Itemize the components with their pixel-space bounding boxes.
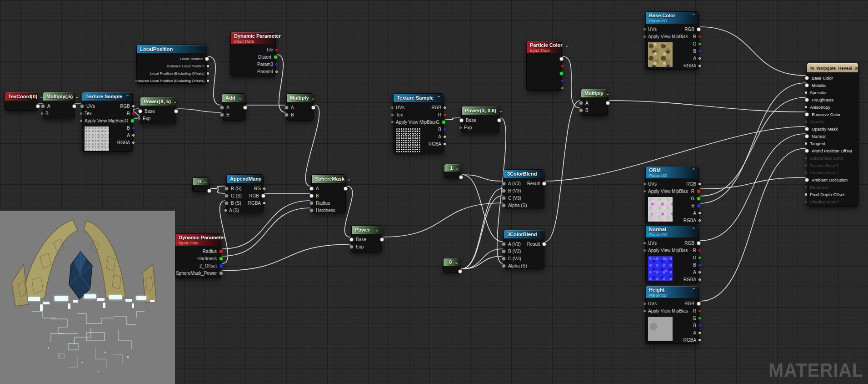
node-header[interactable]: Dynamic ParameterInput Data — [175, 234, 221, 246]
pin-ambient-occlusion[interactable] — [805, 178, 809, 182]
pin-uvs[interactable] — [644, 28, 646, 30]
pin-rgba[interactable] — [444, 143, 446, 145]
pin-tangent[interactable] — [805, 142, 807, 145]
node-header[interactable]: 0⌄ — [444, 258, 460, 266]
pin-a[interactable] — [698, 212, 701, 214]
pin-r[interactable] — [698, 249, 701, 252]
pin-uvs[interactable] — [644, 303, 646, 305]
pin-anisotropy[interactable] — [805, 106, 807, 108]
pin-r-s-[interactable] — [224, 187, 229, 191]
node-header[interactable]: Power(X, 5)⌄ — [140, 97, 176, 106]
pin-b[interactable] — [698, 50, 701, 52]
pin-b[interactable] — [220, 113, 224, 117]
pin-apply-view-mipbias[interactable] — [644, 310, 646, 312]
pin-out[interactable] — [207, 189, 211, 193]
pin-out[interactable] — [561, 87, 564, 89]
node-add[interactable]: Add⌄AB — [222, 93, 245, 121]
pin-b[interactable] — [698, 264, 701, 266]
collapse-chevron-down-icon[interactable]: ⌄ — [373, 227, 379, 232]
pin-local-position[interactable] — [205, 57, 209, 61]
pin-g[interactable] — [442, 120, 446, 124]
node-colorblend1[interactable]: 3ColorBlendA (V3)B (V3)C (V3)Alpha (S)Re… — [504, 169, 544, 208]
node-header[interactable]: 1⌄ — [444, 164, 461, 172]
pin-exp[interactable] — [459, 126, 462, 129]
pin-local-position-excluding-offsets-[interactable] — [207, 72, 209, 75]
node-normal[interactable]: Normal⌃Param2DUVsApply View MipBiasRGBRG… — [645, 225, 699, 283]
pin-base-color[interactable] — [805, 76, 809, 80]
pin-rgb[interactable] — [261, 194, 265, 198]
pin-rgba[interactable] — [698, 278, 701, 281]
pin-emissive-color[interactable] — [805, 112, 809, 116]
pin-b-v3-[interactable] — [502, 249, 506, 253]
pin-out[interactable] — [72, 104, 76, 108]
node-header[interactable]: ORM⌃Param2D — [646, 167, 698, 178]
pin-b[interactable] — [41, 112, 43, 115]
collapse-chevron-down-icon[interactable]: ⌄ — [563, 43, 569, 47]
collapse-chevron-down-icon[interactable]: ⌄ — [344, 177, 351, 181]
pin-exp[interactable] — [349, 245, 354, 249]
pin-radius[interactable] — [219, 249, 223, 253]
node-material[interactable]: M_Warpgate_Reveal_02Base ColorMetallicSp… — [807, 63, 858, 207]
node-header[interactable]: Multiply⌄ — [581, 89, 608, 97]
node-spheremask[interactable]: SphereMask⌄ABRadiusHardness — [311, 174, 346, 213]
node-header[interactable]: 3ColorBlend — [504, 230, 544, 238]
pin-roughness[interactable] — [805, 98, 809, 102]
pin-out[interactable] — [243, 106, 247, 110]
collapse-chevron-down-icon[interactable]: ⌄ — [309, 96, 315, 100]
node-colorblend2[interactable]: 3ColorBlendA (V3)B (V3)C (V3)Alpha (S)Re… — [504, 230, 544, 269]
pin-out[interactable] — [36, 104, 40, 108]
pin-rgb[interactable] — [697, 302, 701, 306]
node-dynparam-top[interactable]: Dynamic ParameterInput DataTileDistortPa… — [230, 32, 276, 76]
pin-param3[interactable] — [275, 63, 278, 66]
node-power06[interactable]: Power(X, 0.6)⌄BaseExp — [461, 106, 499, 133]
pin-out[interactable] — [561, 80, 564, 82]
pin-g-s-[interactable] — [224, 194, 229, 198]
pin-opacity-mask[interactable] — [805, 127, 809, 131]
pin-rgba[interactable] — [698, 219, 701, 222]
pin-a-v3-[interactable] — [502, 182, 506, 186]
pin-a[interactable] — [698, 271, 701, 273]
collapse-chevron-up-icon[interactable]: ⌃ — [689, 168, 696, 172]
node-header[interactable]: TexCoord[0]⌄ — [5, 92, 38, 101]
pin-a-v3-[interactable] — [502, 242, 506, 246]
pin-r[interactable] — [132, 112, 135, 115]
node-header[interactable]: 0⌄ — [193, 178, 209, 185]
pin-result[interactable] — [542, 242, 546, 246]
pin-a[interactable] — [579, 101, 583, 105]
collapse-chevron-up-icon[interactable]: ⌃ — [689, 288, 696, 292]
pin-c-v3-[interactable] — [502, 196, 506, 200]
pin-custom-data-1[interactable] — [805, 172, 807, 174]
node-dynparam-bot[interactable]: Dynamic ParameterInput DataRadiusHardnes… — [175, 233, 221, 278]
pin-c-v3-[interactable] — [502, 257, 506, 261]
collapse-chevron-down-icon[interactable]: ⌄ — [171, 99, 177, 104]
node-header[interactable]: Power⌄ — [352, 226, 382, 234]
node-orm[interactable]: ORM⌃Param2DUVsApply View MipBiasRGBRGBAR… — [645, 166, 699, 224]
pin-subsurface-color[interactable] — [805, 157, 807, 159]
pin-g[interactable] — [697, 197, 701, 201]
pin-base[interactable] — [138, 109, 142, 113]
pin-r[interactable] — [697, 189, 701, 193]
collapse-chevron-down-icon[interactable]: ⌄ — [201, 179, 207, 184]
pin-alpha-s-[interactable] — [502, 264, 506, 268]
pin-instance-local-position[interactable] — [207, 65, 209, 67]
pin-a[interactable] — [132, 134, 135, 136]
node-header[interactable]: Multiply(,5)⌄ — [43, 92, 74, 101]
pin-out[interactable] — [561, 65, 564, 67]
pin-g[interactable] — [130, 119, 135, 123]
pin-distort[interactable] — [274, 55, 278, 59]
collapse-chevron-down-icon[interactable]: ⌄ — [496, 108, 503, 113]
pin-hardness[interactable] — [309, 208, 314, 212]
collapse-chevron-up-icon[interactable]: ⌃ — [434, 96, 441, 100]
node-header[interactable]: Normal⌃Param2D — [646, 226, 698, 237]
pin-a[interactable] — [698, 332, 701, 334]
node-const1[interactable]: 1⌄ — [444, 164, 461, 178]
pin-b[interactable] — [309, 194, 314, 198]
pin-a[interactable] — [698, 57, 701, 60]
pin-rgb[interactable] — [697, 241, 701, 245]
pin-base[interactable] — [349, 237, 354, 242]
node-texcoord[interactable]: TexCoord[0]⌄ — [5, 92, 38, 111]
pin-tex[interactable] — [80, 112, 82, 115]
node-header[interactable]: SphereMask⌄ — [312, 175, 345, 183]
pin-out[interactable] — [559, 57, 564, 61]
pin-rg[interactable] — [263, 187, 265, 190]
